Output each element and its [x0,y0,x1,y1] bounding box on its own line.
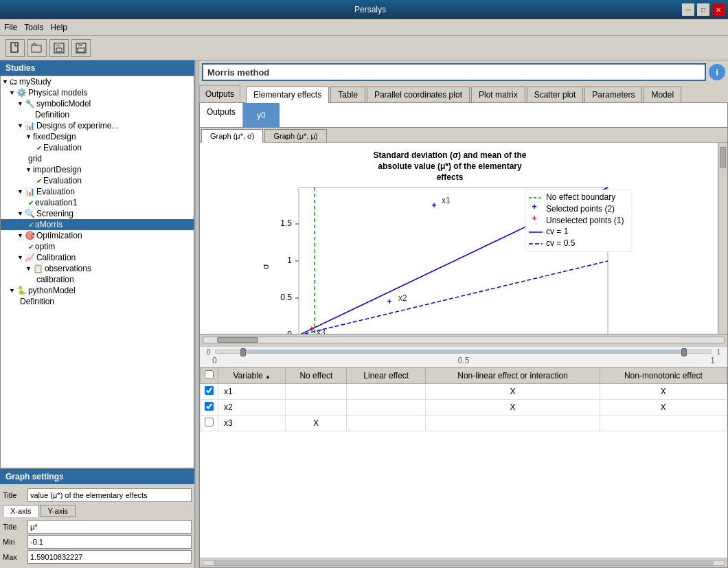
tree-item-evaluation1[interactable]: ✔ Evaluation [1,142,194,153]
menu-tools[interactable]: Tools [24,23,43,32]
legend-noeffect-label: No effect boundary [546,192,615,202]
chart-vscrollbar[interactable] [718,143,727,334]
x-min-input[interactable] [27,535,192,549]
y0-output-item[interactable]: y0 [243,103,280,127]
hscroll-thumb[interactable] [217,337,258,343]
tab-scatter-plot[interactable]: Scatter plot [527,87,584,102]
x-title-input[interactable] [27,520,192,534]
tree-item-pythonModel[interactable]: ▼ 🐍 pythonModel [1,285,194,296]
tree-item-optim[interactable]: ✔ optim [1,241,194,252]
tree-item-observations[interactable]: ▼ 📋 observations [1,263,194,274]
row1-checkbox[interactable] [205,386,214,395]
tab-parallel-coordinates[interactable]: Parallel coordinates plot [367,87,470,102]
sub-tabs: Graph (μ*, σ) Graph (μ*, μ) [200,128,727,143]
row2-variable: x2 [218,399,286,415]
x-max-label: Max [3,553,25,561]
title-input[interactable] [27,488,192,502]
y-label-0: 0 [287,330,292,334]
svg-rect-4 [56,48,62,52]
tree-item-calibration2[interactable]: calibration [1,274,194,285]
x-title-label: Title [3,523,25,531]
tree-item-evaluation4[interactable]: ✔ evaluation1 [1,197,194,208]
vscroll-thumb[interactable] [720,147,726,168]
tree-item-symbolicModel[interactable]: ▼ 🔧 symbolicModel [1,98,194,109]
outputs-area: Outputs y0 [200,103,727,128]
y-axis-label: σ [261,264,271,269]
observations-icon: 📋 [33,264,43,273]
chart-title-2: absolute value (μ*) of the elementary [378,161,522,171]
titlebar: Persalys ─ □ ✕ [0,0,728,19]
tree-item-screening[interactable]: ▼ 🔍 Screening [1,208,194,219]
row2-checkbox[interactable] [205,402,214,411]
tab-parameters[interactable]: Parameters [584,87,642,102]
range-fill [240,350,687,353]
new-button[interactable] [5,39,25,57]
effects-table: Variable ▲ No effect Linear effect Non-l… [200,367,727,431]
left-panel: Studies ▼ 🗂 myStudy ▼ ⚙️ Physical models… [0,60,195,568]
tree-item-grid[interactable]: grid [1,153,194,164]
tree-item-calibration[interactable]: ▼ 📈 Calibration [1,252,194,263]
save-as-button[interactable] [49,39,69,57]
menu-file[interactable]: File [4,23,17,32]
tree-item-evaluation3[interactable]: ▼ 📊 Evaluation [1,186,194,197]
x-axis-tab[interactable]: X-axis [3,505,39,517]
range-row: 0 1 0 0.5 1 [200,346,727,367]
th-linear-effect: Linear effect [347,367,426,383]
tree-item-myStudy[interactable]: ▼ 🗂 myStudy [1,76,194,87]
svg-rect-7 [78,48,84,52]
legend-cv05-label: cv = 0.5 [546,238,576,248]
select-all-checkbox[interactable] [205,370,214,379]
y-axis-tab[interactable]: Y-axis [41,505,76,517]
row2-nonlinear: X [426,399,600,415]
x2-label: x2 [398,293,407,303]
y-label-1: 1 [287,255,292,265]
table-scroll-thumb[interactable] [214,561,714,565]
info-button[interactable]: i [709,64,725,80]
open-button[interactable] [27,39,47,57]
table-row: x1 X X [201,383,727,399]
outputs-label: Outputs [199,85,240,102]
range-handle-left[interactable] [240,348,246,356]
method-title-input[interactable] [202,63,706,81]
toolbar [0,36,728,60]
x3-marker[interactable]: + [309,324,314,334]
x-title-row: Title [3,520,192,534]
tree-item-importDesign[interactable]: ▼ importDesign [1,164,194,175]
table-hscroll[interactable] [200,558,727,567]
maximize-button[interactable]: □ [697,3,709,16]
legend-selected-marker: + [532,202,536,212]
row3-checkbox[interactable] [205,418,214,427]
tree-item-fixedDesign[interactable]: ▼ fixedDesign [1,131,194,142]
chart-svg-container: Standard deviation (σ) and mean of the a… [200,143,727,334]
range-handle-right[interactable] [681,348,687,356]
tree-item-definition2[interactable]: Definition [1,296,194,307]
tree-item-physicalModels[interactable]: ▼ ⚙️ Physical models [1,87,194,98]
tab-elementary-effects[interactable]: Elementary effects [246,87,329,103]
tab-plot-matrix[interactable]: Plot matrix [471,87,525,102]
chart-hscrollbar[interactable] [200,334,727,346]
tree-item-evaluation2[interactable]: ✔ Evaluation [1,175,194,186]
calibration-icon: 📈 [25,253,35,262]
tree-item-optimization[interactable]: ▼ 🎯 Optimization [1,230,194,241]
tree-item-aMorris[interactable]: ✔ aMorris [1,219,194,230]
sub-tab-mu-mu[interactable]: Graph (μ*, μ) [264,129,326,142]
minimize-button[interactable]: ─ [682,3,694,16]
row3-checkbox-cell [201,415,218,431]
row3-no-effect: X [286,415,347,431]
tab-table[interactable]: Table [330,87,365,102]
close-button[interactable]: ✕ [712,3,725,16]
sort-icon: ▲ [265,374,271,380]
save-button[interactable] [71,39,91,57]
x1-marker[interactable]: + [431,201,436,210]
x2-marker[interactable]: + [387,297,391,306]
chart-wrapper: Standard deviation (σ) and mean of the a… [200,143,727,567]
sub-tab-mu-sigma[interactable]: Graph (μ*, σ) [201,129,263,143]
menu-help[interactable]: Help [50,23,67,32]
tree-item-designsOfExp[interactable]: ▼ 📊 Designs of experime... [1,120,194,131]
eval-folder-icon: 📊 [25,187,35,196]
legend-selected-label: Selected points (2) [546,204,615,214]
x-max-input[interactable] [27,550,192,564]
tab-model[interactable]: Model [644,87,681,102]
tree-item-definition1[interactable]: Definition [1,109,194,120]
range-track[interactable] [215,350,713,354]
